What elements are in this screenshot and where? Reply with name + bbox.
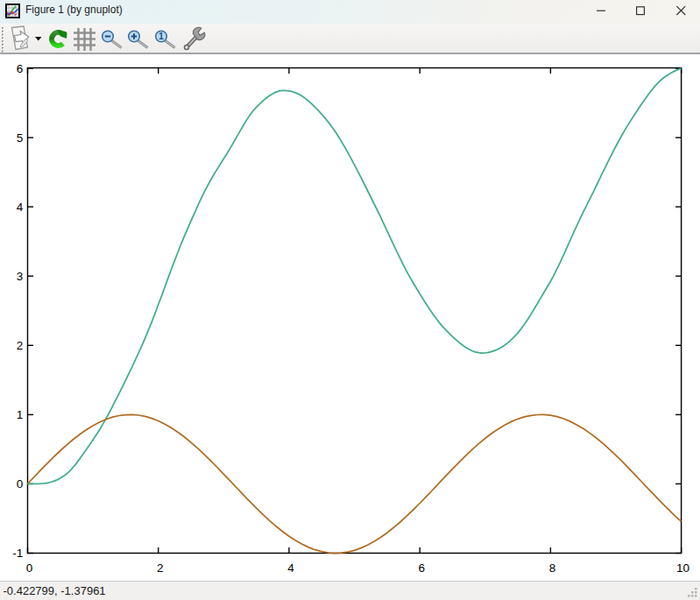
- svg-text:0: 0: [17, 477, 24, 491]
- svg-text:2: 2: [157, 561, 164, 575]
- svg-text:8: 8: [549, 561, 556, 575]
- svg-text:3: 3: [17, 270, 24, 283]
- svg-text:5: 5: [17, 131, 24, 145]
- svg-text:2: 2: [17, 339, 24, 352]
- svg-text:6: 6: [418, 561, 425, 575]
- svg-text:6: 6: [17, 62, 24, 75]
- svg-text:10: 10: [676, 561, 689, 575]
- svg-text:0: 0: [26, 561, 33, 575]
- svg-text:4: 4: [287, 561, 294, 575]
- svg-text:1: 1: [17, 408, 24, 421]
- svg-text:-1: -1: [12, 547, 23, 560]
- svg-text:4: 4: [17, 201, 24, 214]
